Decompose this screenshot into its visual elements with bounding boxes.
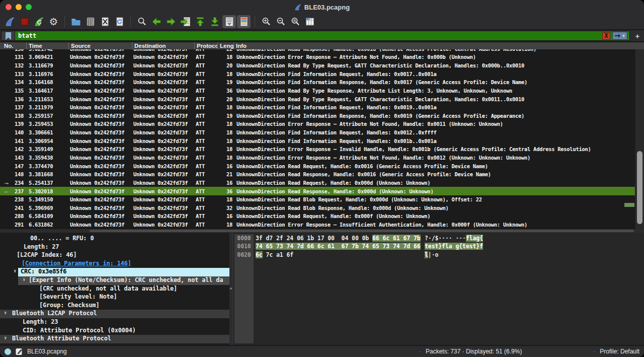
packet-no-cell: 137 bbox=[0, 104, 26, 110]
close-file-button[interactable] bbox=[98, 15, 112, 28]
packet-row[interactable]: 1483.381668Unknown_0x242fd73fUnknown_0x2… bbox=[0, 170, 644, 179]
detail-text: [L2CAP Index: 46] bbox=[0, 251, 76, 258]
packet-list-scrollbar[interactable] bbox=[635, 49, 644, 229]
go-to-packet-button[interactable] bbox=[179, 15, 192, 28]
packet-row[interactable]: 2916.631862Unknown_0x242fd73fUnknown_0x2… bbox=[0, 221, 644, 229]
filter-apply-button[interactable]: ▼ bbox=[612, 32, 627, 40]
detail-row[interactable]: [Group: Checksum] bbox=[0, 302, 229, 310]
detail-row[interactable]: [Severity level: Note] bbox=[0, 293, 229, 302]
packet-row[interactable]: 1323.116679Unknown_0x242fd73fUnknown_0x2… bbox=[0, 61, 644, 70]
packet-row[interactable]: 2415.396969Unknown_0x242fd73fUnknown_0x2… bbox=[0, 204, 644, 212]
display-filter-input[interactable]: btatt X ▼ bbox=[1, 31, 630, 41]
horizontal-splitter[interactable] bbox=[0, 229, 644, 233]
packet-info: UnknownDirection Find Information Reques… bbox=[233, 138, 644, 144]
packet-row[interactable]: →2345.254137Unknown_0x242fd73fUnknown_0x… bbox=[0, 179, 644, 187]
packet-row[interactable]: 1363.211653Unknown_0x242fd73fUnknown_0x2… bbox=[0, 95, 644, 103]
filter-bookmark-button[interactable] bbox=[2, 31, 15, 40]
filter-add-button[interactable]: + bbox=[633, 32, 642, 40]
detail-row[interactable]: [CRC unchecked, not all data available] bbox=[0, 285, 229, 294]
zoom-out-button[interactable] bbox=[274, 15, 287, 28]
column-header-info[interactable]: Info bbox=[233, 42, 644, 49]
packet-row[interactable]: 1473.374470Unknown_0x242fd73fUnknown_0x2… bbox=[0, 162, 644, 170]
expert-info-indicator-icon[interactable] bbox=[5, 348, 11, 355]
hex-byte-run: 3f d7 2f 24 06 1b 17 00 04 00 0b bbox=[256, 235, 372, 242]
start-capture-button[interactable] bbox=[3, 15, 17, 28]
zoom-100-button[interactable] bbox=[288, 15, 302, 28]
column-header-protocol[interactable]: Protocol bbox=[194, 42, 217, 49]
packet-row[interactable]: 1423.359149Unknown_0x242fd73fUnknown_0x2… bbox=[0, 145, 644, 154]
profile-label[interactable]: Profile: Default bbox=[600, 348, 639, 355]
packet-row[interactable]: 1393.259453Unknown_0x242fd73fUnknown_0x2… bbox=[0, 120, 644, 128]
detail-link-row[interactable]: [Connection Parameters in: 146] bbox=[0, 260, 229, 268]
hex-bytes: 74 65 73 74 7d 66 6c 61 67 7b 74 65 73 7… bbox=[256, 243, 425, 251]
hex-row[interactable]: 001074 65 73 74 7d 66 6c 61 67 7b 74 65 … bbox=[233, 243, 644, 251]
packet-row[interactable]: 1383.259157Unknown_0x242fd73fUnknown_0x2… bbox=[0, 111, 644, 120]
row-marker-none bbox=[0, 121, 18, 127]
close-window-button[interactable] bbox=[6, 4, 12, 10]
hex-row[interactable]: 00206c 7c a1 6fl|·o bbox=[233, 251, 644, 259]
packet-time: 3.211979 bbox=[26, 104, 68, 110]
packet-row[interactable]: 2385.349150Unknown_0x242fd73fUnknown_0x2… bbox=[0, 195, 644, 204]
open-file-button[interactable] bbox=[69, 15, 83, 28]
packet-row[interactable]: 1333.116976Unknown_0x242fd73fUnknown_0x2… bbox=[0, 69, 644, 78]
zoom-window-button[interactable] bbox=[26, 4, 32, 10]
go-next-packet-button[interactable] bbox=[164, 15, 178, 28]
packet-length: 16 bbox=[217, 163, 233, 169]
scrollbar-minimap-mark bbox=[624, 203, 634, 207]
column-header-no[interactable]: No. bbox=[0, 42, 26, 49]
packet-row[interactable]: 1403.306661Unknown_0x242fd73fUnknown_0x2… bbox=[0, 128, 644, 137]
packet-row[interactable]: 1313.069421Unknown_0x242fd73fUnknown_0x2… bbox=[0, 53, 644, 61]
packet-source: Unknown_0x242fd73f bbox=[68, 188, 132, 194]
packet-row[interactable]: 1373.211979Unknown_0x242fd73fUnknown_0x2… bbox=[0, 103, 644, 112]
capture-options-button[interactable]: ⚙ bbox=[47, 15, 60, 28]
detail-row[interactable]: Length: 27 bbox=[0, 243, 229, 252]
find-packet-button[interactable] bbox=[135, 15, 148, 28]
hex-ascii: l|·o bbox=[425, 251, 438, 259]
column-header-source[interactable]: Source bbox=[68, 42, 132, 49]
reload-file-button[interactable] bbox=[113, 15, 126, 28]
packet-destination: Unknown_0x242fd73f bbox=[132, 121, 194, 127]
detail-row[interactable]: ∨[Expert Info (Note/Checksum): CRC unche… bbox=[0, 276, 229, 285]
packet-row[interactable]: 1303.021742Unknown_0x242fd73fUnknown_0x2… bbox=[0, 49, 644, 53]
go-previous-packet-button[interactable] bbox=[149, 15, 163, 28]
detail-row[interactable]: [L2CAP Index: 46] bbox=[0, 251, 229, 260]
packet-row-partial[interactable]: 1303.021742Unknown_0x242fd73fUnknown_0x2… bbox=[0, 49, 644, 53]
packet-row[interactable]: 2886.584109Unknown_0x242fd73fUnknown_0x2… bbox=[0, 212, 644, 221]
column-header-length[interactable]: Length bbox=[217, 42, 233, 49]
save-file-button[interactable] bbox=[84, 15, 97, 28]
hex-row[interactable]: 00003f d7 2f 24 06 1b 17 00 04 00 0b 66 … bbox=[233, 235, 644, 243]
packet-row[interactable]: 1433.359438Unknown_0x242fd73fUnknown_0x2… bbox=[0, 154, 644, 162]
minimize-window-button[interactable] bbox=[16, 4, 22, 10]
protocol-tree-header[interactable]: ∨Bluetooth Attribute Protocol bbox=[0, 335, 229, 343]
packet-counts[interactable]: Packets: 737 · Displayed: 51 (6.9%) bbox=[426, 348, 522, 355]
detail-selected-row[interactable]: ∨CRC: 0x3e85f6 bbox=[0, 268, 229, 276]
detail-row[interactable]: 00.. .... = RFU: 0 bbox=[0, 235, 229, 243]
packet-row-selected[interactable]: ←2375.302018Unknown_0x242fd73fUnknown_0x… bbox=[0, 187, 644, 195]
packet-row[interactable]: 1413.306954Unknown_0x242fd73fUnknown_0x2… bbox=[0, 136, 644, 145]
packet-destination: Unknown_0x242fd73f bbox=[132, 49, 194, 52]
scrollbar-thumb[interactable] bbox=[637, 151, 642, 224]
colorize-packets-button[interactable] bbox=[237, 15, 251, 28]
packet-row[interactable]: 1343.164168Unknown_0x242fd73fUnknown_0x2… bbox=[0, 78, 644, 87]
go-first-packet-button[interactable] bbox=[193, 15, 207, 28]
status-filename[interactable]: BLE03.pcapng bbox=[27, 348, 67, 355]
packet-row[interactable]: 1353.164617Unknown_0x242fd73fUnknown_0x2… bbox=[0, 87, 644, 95]
resize-columns-button[interactable] bbox=[303, 15, 316, 28]
packet-destination: Unknown_0x242fd73f bbox=[132, 96, 194, 102]
detail-row[interactable]: CID: Attribute Protocol (0x0004) bbox=[0, 327, 229, 335]
protocol-tree-header[interactable]: ∨Bluetooth L2CAP Protocol bbox=[0, 310, 229, 318]
auto-scroll-button[interactable] bbox=[222, 15, 236, 28]
horizontal-scrollbar-thumb[interactable] bbox=[90, 230, 634, 232]
capture-comment-icon[interactable] bbox=[16, 348, 23, 355]
filter-clear-button[interactable]: X bbox=[602, 32, 610, 40]
go-last-packet-button[interactable] bbox=[208, 15, 221, 28]
toolbar-separator bbox=[64, 16, 65, 27]
packet-info: UnknownDirection Find Information Reques… bbox=[233, 71, 644, 77]
ascii-run: |·o bbox=[428, 251, 438, 258]
zoom-in-button[interactable] bbox=[259, 15, 273, 28]
stop-capture-button[interactable] bbox=[18, 15, 31, 28]
column-header-time[interactable]: Time bbox=[26, 42, 68, 49]
column-header-destination[interactable]: Destination bbox=[132, 42, 194, 49]
restart-capture-button[interactable] bbox=[32, 15, 46, 28]
detail-row[interactable]: Length: 23 bbox=[0, 318, 229, 327]
